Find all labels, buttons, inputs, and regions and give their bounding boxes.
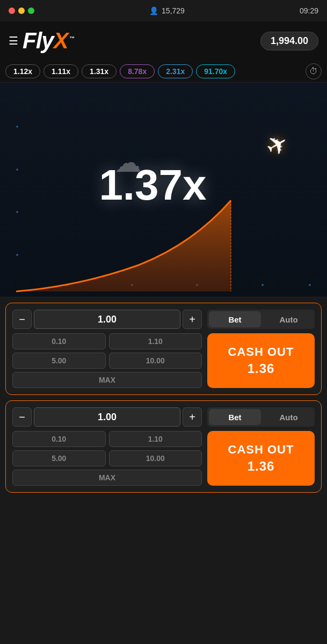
balance-display: 1,994.00: [260, 32, 318, 50]
decrease-btn-2[interactable]: −: [12, 407, 32, 427]
logo-tm: ™: [69, 35, 74, 41]
quick-1.10-2[interactable]: 1.10: [109, 431, 202, 447]
history-button[interactable]: ⏱: [306, 63, 322, 79]
amount-row-1: − +: [12, 310, 202, 329]
bet-panel-2: − + 0.10 1.10 5.00 10.00 MAX Bet Auto CA…: [5, 400, 322, 493]
mult-pill-2[interactable]: 1.31x: [82, 64, 117, 78]
quick-0.10-1[interactable]: 0.10: [12, 333, 106, 349]
auto-tab-1[interactable]: Auto: [263, 310, 315, 329]
bet-panel-1: − + 0.10 1.10 5.00 10.00 MAX Bet Auto CA…: [5, 303, 322, 395]
bet-right-2: Bet Auto CASH OUT 1.36: [207, 407, 315, 486]
quick-10.00-1[interactable]: 10.00: [109, 353, 202, 369]
game-area: ☁ ✈ 1.37x: [0, 83, 327, 297]
players-icon: 👤: [149, 6, 158, 15]
current-multiplier: 1.37x: [99, 160, 206, 209]
mult-pill-4[interactable]: 2.31x: [158, 64, 193, 78]
cashout-btn-1[interactable]: CASH OUT 1.36: [207, 333, 315, 388]
max-btn-1[interactable]: MAX: [12, 372, 202, 388]
bet-auto-tabs-1: Bet Auto: [207, 310, 315, 329]
player-count: 15,729: [162, 6, 185, 15]
increase-btn-1[interactable]: +: [183, 310, 202, 329]
logo-fly: Fly: [23, 28, 54, 53]
quick-5.00-2[interactable]: 5.00: [12, 450, 106, 466]
multiplier-strip: 1.12x 1.11x 1.31x 8.78x 2.31x 91.70x ⏱: [0, 60, 327, 83]
minimize-dot: [18, 8, 25, 14]
close-dot: [9, 8, 15, 14]
logo-x: X: [54, 28, 68, 53]
auto-tab-2[interactable]: Auto: [263, 407, 315, 427]
amount-input-2[interactable]: [34, 407, 180, 427]
max-btn-2[interactable]: MAX: [12, 470, 202, 486]
cashout-value-2: 1.36: [248, 458, 275, 474]
status-bar: 👤 15,729 09:29: [0, 0, 327, 21]
quick-0.10-2[interactable]: 0.10: [12, 431, 106, 447]
bet-tab-1[interactable]: Bet: [209, 311, 261, 327]
player-count-area: 👤 15,729: [149, 6, 185, 15]
increase-btn-2[interactable]: +: [183, 407, 202, 427]
quick-10.00-2[interactable]: 10.00: [109, 450, 202, 466]
cashout-label-1: CASH OUT: [228, 345, 294, 360]
time-display: 09:29: [300, 6, 318, 15]
cashout-btn-2[interactable]: CASH OUT 1.36: [207, 431, 315, 486]
bet-left-2: − + 0.10 1.10 5.00 10.00 MAX: [12, 407, 202, 486]
cashout-value-1: 1.36: [248, 360, 275, 377]
mult-pill-1[interactable]: 1.11x: [43, 64, 78, 78]
mult-pill-5[interactable]: 91.70x: [196, 64, 235, 78]
amount-input-1[interactable]: [34, 310, 180, 329]
bet-left-1: − + 0.10 1.10 5.00 10.00 MAX: [12, 310, 202, 388]
quick-5.00-1[interactable]: 5.00: [12, 353, 106, 369]
logo: FlyX™: [23, 28, 74, 54]
quick-amounts-1: 0.10 1.10 5.00 10.00 MAX: [12, 333, 202, 388]
header-left: ☰ FlyX™: [9, 28, 74, 54]
bet-auto-tabs-2: Bet Auto: [207, 407, 315, 427]
bet-right-1: Bet Auto CASH OUT 1.36: [207, 310, 315, 388]
quick-1.10-1[interactable]: 1.10: [109, 333, 202, 349]
mult-pill-0[interactable]: 1.12x: [5, 64, 40, 78]
expand-dot: [28, 8, 34, 14]
decrease-btn-1[interactable]: −: [12, 310, 32, 329]
quick-amounts-2: 0.10 1.10 5.00 10.00 MAX: [12, 431, 202, 486]
logo-text: FlyX™: [23, 28, 74, 54]
window-controls: [9, 8, 34, 14]
bet-tab-2[interactable]: Bet: [209, 409, 261, 425]
menu-icon[interactable]: ☰: [9, 34, 18, 47]
amount-row-2: − +: [12, 407, 202, 427]
betting-section: − + 0.10 1.10 5.00 10.00 MAX Bet Auto CA…: [0, 297, 327, 498]
mult-pill-3[interactable]: 8.78x: [120, 64, 155, 78]
cashout-label-2: CASH OUT: [228, 442, 294, 458]
header: ☰ FlyX™ 1,994.00: [0, 21, 327, 60]
